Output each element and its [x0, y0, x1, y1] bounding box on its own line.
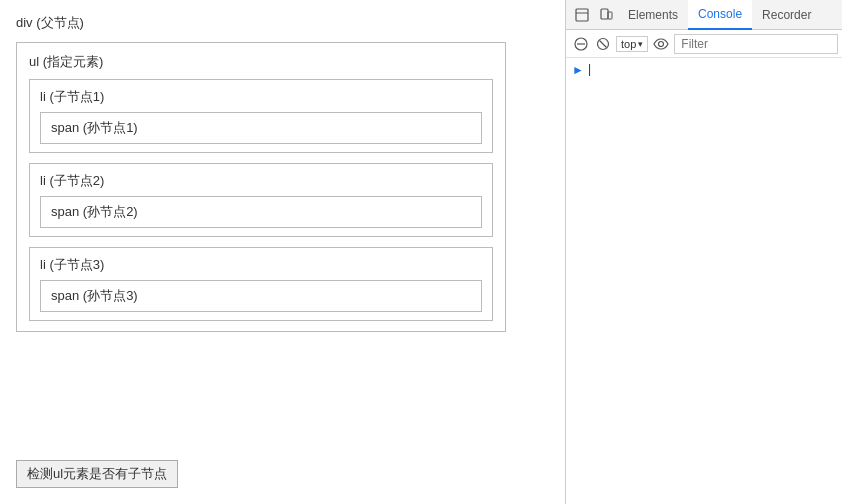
- span-box-2: span (孙节点2): [40, 196, 482, 228]
- filter-input[interactable]: [674, 34, 838, 54]
- svg-line-7: [600, 40, 607, 47]
- li-label-3: li (子节点3): [40, 256, 482, 274]
- devtools-tabs-bar: Elements Console Recorder: [566, 0, 842, 30]
- device-toolbar-icon-button[interactable]: [594, 3, 618, 27]
- svg-point-8: [659, 41, 664, 46]
- context-dropdown[interactable]: top ▾: [616, 36, 648, 52]
- div-parent-label: div (父节点): [16, 14, 549, 32]
- devtools-panel: Elements Console Recorder top ▾: [565, 0, 842, 504]
- check-button[interactable]: 检测ul元素是否有子节点: [16, 460, 178, 488]
- top-label: top: [621, 38, 636, 50]
- li-item-1: li (子节点1) span (孙节点1): [29, 79, 493, 153]
- svg-rect-2: [601, 9, 608, 19]
- ul-container: ul (指定元素) li (子节点1) span (孙节点1) li (子节点2…: [16, 42, 506, 332]
- console-prompt-arrow: ►: [572, 63, 584, 77]
- li-label-2: li (子节点2): [40, 172, 482, 190]
- chevron-down-icon: ▾: [638, 39, 643, 49]
- span-box-3: span (孙节点3): [40, 280, 482, 312]
- li-item-2: li (子节点2) span (孙节点2): [29, 163, 493, 237]
- console-prompt-line: ► |: [572, 62, 838, 77]
- clear-console-icon[interactable]: [572, 35, 590, 53]
- li-item-3: li (子节点3) span (孙节点3): [29, 247, 493, 321]
- ul-label: ul (指定元素): [29, 53, 493, 71]
- tab-console[interactable]: Console: [688, 0, 752, 30]
- inspect-icon-button[interactable]: [570, 3, 594, 27]
- tab-elements[interactable]: Elements: [618, 0, 688, 30]
- span-box-1: span (孙节点1): [40, 112, 482, 144]
- inspect-icon: [575, 8, 589, 22]
- li-label-1: li (子节点1): [40, 88, 482, 106]
- console-cursor: |: [588, 62, 591, 76]
- console-toolbar: top ▾: [566, 30, 842, 58]
- main-panel: div (父节点) ul (指定元素) li (子节点1) span (孙节点1…: [0, 0, 565, 504]
- console-body: ► |: [566, 58, 842, 504]
- prohibit-icon[interactable]: [594, 35, 612, 53]
- device-icon: [599, 8, 613, 22]
- tab-recorder[interactable]: Recorder: [752, 0, 821, 30]
- live-expressions-icon[interactable]: [652, 35, 670, 53]
- svg-rect-0: [576, 9, 588, 21]
